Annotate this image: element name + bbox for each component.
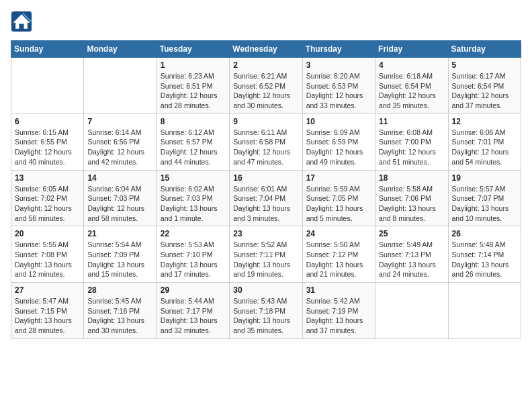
- calendar-cell: 21Sunrise: 5:54 AM Sunset: 7:09 PM Dayli…: [84, 226, 157, 283]
- day-number: 26: [452, 229, 517, 238]
- day-info: Sunrise: 6:01 AM Sunset: 7:04 PM Dayligh…: [233, 184, 298, 224]
- day-number: 4: [379, 60, 444, 70]
- day-info: Sunrise: 5:42 AM Sunset: 7:19 PM Dayligh…: [306, 296, 371, 336]
- day-number: 10: [306, 117, 371, 126]
- day-info: Sunrise: 6:05 AM Sunset: 7:02 PM Dayligh…: [15, 184, 80, 224]
- day-number: 22: [161, 229, 226, 238]
- calendar-cell: 20Sunrise: 5:55 AM Sunset: 7:08 PM Dayli…: [11, 226, 84, 283]
- col-header-thursday: Thursday: [302, 41, 375, 58]
- day-number: 31: [306, 285, 371, 295]
- logo-icon: [11, 11, 32, 32]
- day-number: 3: [306, 60, 371, 70]
- calendar-table: SundayMondayTuesdayWednesdayThursdayFrid…: [11, 40, 521, 339]
- calendar-cell: 15Sunrise: 6:02 AM Sunset: 7:03 PM Dayli…: [157, 170, 229, 226]
- day-number: 7: [87, 117, 152, 126]
- day-info: Sunrise: 5:44 AM Sunset: 7:17 PM Dayligh…: [161, 296, 226, 336]
- calendar-cell: 10Sunrise: 6:09 AM Sunset: 6:59 PM Dayli…: [302, 113, 375, 170]
- page-header: [11, 11, 521, 32]
- calendar-cell: 7Sunrise: 6:14 AM Sunset: 6:56 PM Daylig…: [84, 113, 157, 170]
- day-info: Sunrise: 5:57 AM Sunset: 7:07 PM Dayligh…: [452, 184, 517, 224]
- calendar-cell: 25Sunrise: 5:49 AM Sunset: 7:13 PM Dayli…: [375, 226, 448, 283]
- calendar-week-row: 1Sunrise: 6:23 AM Sunset: 6:51 PM Daylig…: [11, 58, 521, 114]
- calendar-cell: 31Sunrise: 5:42 AM Sunset: 7:19 PM Dayli…: [302, 283, 375, 339]
- col-header-sunday: Sunday: [11, 41, 84, 58]
- calendar-cell: 11Sunrise: 6:08 AM Sunset: 7:00 PM Dayli…: [375, 113, 448, 170]
- calendar-cell: 6Sunrise: 6:15 AM Sunset: 6:55 PM Daylig…: [11, 113, 84, 170]
- day-info: Sunrise: 6:21 AM Sunset: 6:52 PM Dayligh…: [233, 71, 298, 111]
- day-number: 27: [15, 285, 80, 295]
- day-number: 1: [161, 60, 226, 70]
- col-header-monday: Monday: [84, 41, 157, 58]
- day-number: 23: [233, 229, 298, 238]
- day-number: 12: [452, 117, 517, 126]
- calendar-cell: 14Sunrise: 6:04 AM Sunset: 7:03 PM Dayli…: [84, 170, 157, 226]
- calendar-cell: [84, 58, 157, 114]
- calendar-cell: 5Sunrise: 6:17 AM Sunset: 6:54 PM Daylig…: [448, 58, 521, 114]
- calendar-cell: 28Sunrise: 5:45 AM Sunset: 7:16 PM Dayli…: [84, 283, 157, 339]
- day-number: 6: [15, 117, 80, 126]
- calendar-cell: 18Sunrise: 5:58 AM Sunset: 7:06 PM Dayli…: [375, 170, 448, 226]
- day-number: 24: [306, 229, 371, 238]
- calendar-cell: 22Sunrise: 5:53 AM Sunset: 7:10 PM Dayli…: [157, 226, 229, 283]
- day-info: Sunrise: 6:20 AM Sunset: 6:53 PM Dayligh…: [306, 71, 371, 111]
- day-info: Sunrise: 6:17 AM Sunset: 6:54 PM Dayligh…: [452, 71, 517, 111]
- day-number: 19: [452, 173, 517, 183]
- calendar-week-row: 27Sunrise: 5:47 AM Sunset: 7:15 PM Dayli…: [11, 283, 521, 339]
- day-info: Sunrise: 6:11 AM Sunset: 6:58 PM Dayligh…: [233, 128, 298, 167]
- day-number: 18: [379, 173, 444, 183]
- day-number: 20: [15, 229, 80, 238]
- day-info: Sunrise: 5:54 AM Sunset: 7:09 PM Dayligh…: [87, 240, 152, 279]
- calendar-cell: 27Sunrise: 5:47 AM Sunset: 7:15 PM Dayli…: [11, 283, 84, 339]
- calendar-cell: 9Sunrise: 6:11 AM Sunset: 6:58 PM Daylig…: [230, 113, 302, 170]
- calendar-cell: 29Sunrise: 5:44 AM Sunset: 7:17 PM Dayli…: [157, 283, 229, 339]
- calendar-cell: 17Sunrise: 5:59 AM Sunset: 7:05 PM Dayli…: [302, 170, 375, 226]
- calendar-cell: 24Sunrise: 5:50 AM Sunset: 7:12 PM Dayli…: [302, 226, 375, 283]
- calendar-cell: 19Sunrise: 5:57 AM Sunset: 7:07 PM Dayli…: [448, 170, 521, 226]
- day-number: 21: [87, 229, 152, 238]
- calendar-cell: [11, 58, 84, 114]
- day-number: 9: [233, 117, 298, 126]
- day-info: Sunrise: 5:45 AM Sunset: 7:16 PM Dayligh…: [87, 296, 152, 336]
- day-info: Sunrise: 5:52 AM Sunset: 7:11 PM Dayligh…: [233, 240, 298, 279]
- day-number: 16: [233, 173, 298, 183]
- day-info: Sunrise: 5:53 AM Sunset: 7:10 PM Dayligh…: [161, 240, 226, 279]
- calendar-cell: 4Sunrise: 6:18 AM Sunset: 6:54 PM Daylig…: [375, 58, 448, 114]
- day-info: Sunrise: 5:49 AM Sunset: 7:13 PM Dayligh…: [379, 240, 444, 279]
- day-info: Sunrise: 5:48 AM Sunset: 7:14 PM Dayligh…: [452, 240, 517, 279]
- day-info: Sunrise: 5:58 AM Sunset: 7:06 PM Dayligh…: [379, 184, 444, 224]
- day-info: Sunrise: 6:08 AM Sunset: 7:00 PM Dayligh…: [379, 128, 444, 167]
- col-header-tuesday: Tuesday: [157, 41, 229, 58]
- day-number: 5: [452, 60, 517, 70]
- day-info: Sunrise: 6:02 AM Sunset: 7:03 PM Dayligh…: [161, 184, 226, 224]
- day-info: Sunrise: 6:15 AM Sunset: 6:55 PM Dayligh…: [15, 128, 80, 167]
- day-number: 29: [161, 285, 226, 295]
- day-number: 13: [15, 173, 80, 183]
- calendar-cell: [375, 283, 448, 339]
- calendar-cell: 26Sunrise: 5:48 AM Sunset: 7:14 PM Dayli…: [448, 226, 521, 283]
- calendar-cell: 1Sunrise: 6:23 AM Sunset: 6:51 PM Daylig…: [157, 58, 229, 114]
- calendar-cell: 8Sunrise: 6:12 AM Sunset: 6:57 PM Daylig…: [157, 113, 229, 170]
- day-number: 17: [306, 173, 371, 183]
- day-number: 11: [379, 117, 444, 126]
- day-info: Sunrise: 6:18 AM Sunset: 6:54 PM Dayligh…: [379, 71, 444, 111]
- day-info: Sunrise: 6:12 AM Sunset: 6:57 PM Dayligh…: [161, 128, 226, 167]
- day-number: 15: [161, 173, 226, 183]
- calendar-week-row: 13Sunrise: 6:05 AM Sunset: 7:02 PM Dayli…: [11, 170, 521, 226]
- day-number: 28: [87, 285, 152, 295]
- day-info: Sunrise: 6:06 AM Sunset: 7:01 PM Dayligh…: [452, 128, 517, 167]
- calendar-cell: 3Sunrise: 6:20 AM Sunset: 6:53 PM Daylig…: [302, 58, 375, 114]
- col-header-wednesday: Wednesday: [230, 41, 302, 58]
- calendar-cell: 13Sunrise: 6:05 AM Sunset: 7:02 PM Dayli…: [11, 170, 84, 226]
- calendar-cell: 2Sunrise: 6:21 AM Sunset: 6:52 PM Daylig…: [230, 58, 302, 114]
- day-number: 30: [233, 285, 298, 295]
- calendar-week-row: 20Sunrise: 5:55 AM Sunset: 7:08 PM Dayli…: [11, 226, 521, 283]
- calendar-cell: [448, 283, 521, 339]
- calendar-week-row: 6Sunrise: 6:15 AM Sunset: 6:55 PM Daylig…: [11, 113, 521, 170]
- calendar-cell: 16Sunrise: 6:01 AM Sunset: 7:04 PM Dayli…: [230, 170, 302, 226]
- day-number: 25: [379, 229, 444, 238]
- day-info: Sunrise: 6:09 AM Sunset: 6:59 PM Dayligh…: [306, 128, 371, 167]
- day-info: Sunrise: 5:55 AM Sunset: 7:08 PM Dayligh…: [15, 240, 80, 279]
- day-info: Sunrise: 6:04 AM Sunset: 7:03 PM Dayligh…: [87, 184, 152, 224]
- calendar-cell: 30Sunrise: 5:43 AM Sunset: 7:18 PM Dayli…: [230, 283, 302, 339]
- calendar-cell: 23Sunrise: 5:52 AM Sunset: 7:11 PM Dayli…: [230, 226, 302, 283]
